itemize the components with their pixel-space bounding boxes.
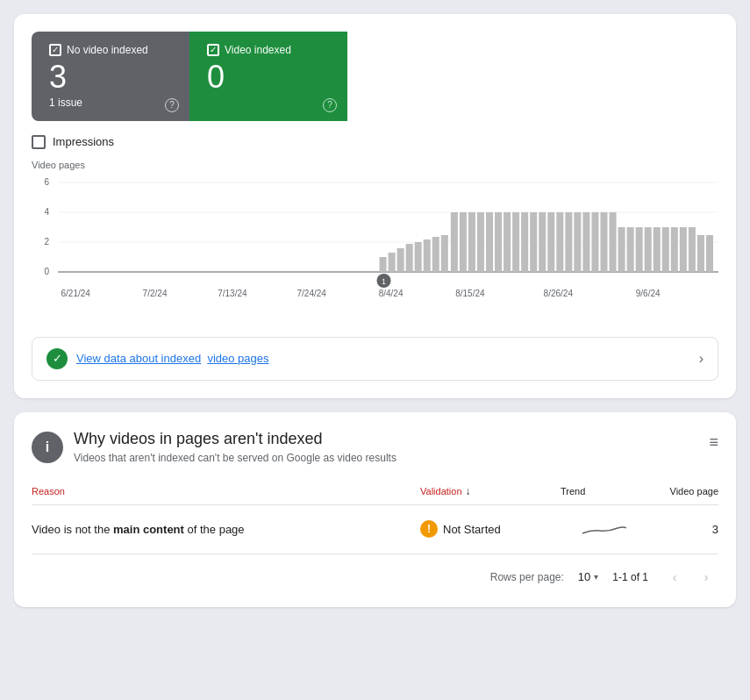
filter-icon[interactable]: ≡ xyxy=(709,433,718,452)
svg-rect-41 xyxy=(662,227,669,272)
svg-rect-16 xyxy=(441,235,448,272)
next-page-button[interactable]: › xyxy=(694,565,718,589)
svg-rect-38 xyxy=(636,227,643,272)
trend-cell xyxy=(561,504,648,554)
svg-rect-15 xyxy=(432,237,439,272)
svg-rect-20 xyxy=(477,212,484,272)
svg-rect-25 xyxy=(521,212,528,272)
validation-content: ! Not Started xyxy=(420,520,561,538)
svg-rect-22 xyxy=(495,212,502,272)
section-subtitle: Videos that aren't indexed can't be serv… xyxy=(74,452,396,464)
video-indexed-count: 0 xyxy=(207,60,330,95)
svg-rect-27 xyxy=(539,212,546,272)
validation-cell: ! Not Started xyxy=(420,504,561,554)
rows-dropdown-arrow-icon: ▾ xyxy=(594,572,598,582)
svg-rect-29 xyxy=(556,212,563,272)
no-video-help-icon[interactable]: ? xyxy=(165,98,179,112)
video-indexed-card[interactable]: Video indexed 0 ? xyxy=(189,32,347,121)
svg-rect-45 xyxy=(697,235,704,272)
main-card-2: i Why videos in pages aren't indexed Vid… xyxy=(14,412,736,607)
chart-svg: 6 4 2 0 xyxy=(32,174,718,323)
svg-text:8/15/24: 8/15/24 xyxy=(455,289,485,298)
section-header-left: i Why videos in pages aren't indexed Vid… xyxy=(32,430,396,464)
svg-text:6/21/24: 6/21/24 xyxy=(61,289,90,298)
pagination-row: Rows per page: 10 ▾ 1-1 of 1 ‹ › xyxy=(32,554,718,589)
svg-text:7/13/24: 7/13/24 xyxy=(218,289,247,298)
no-video-count: 3 xyxy=(49,60,172,95)
reason-cell: Video is not the main content of the pag… xyxy=(32,504,420,554)
svg-rect-12 xyxy=(406,244,413,272)
svg-rect-40 xyxy=(654,227,661,272)
pagination-nav: ‹ › xyxy=(662,565,718,589)
svg-rect-39 xyxy=(645,227,652,272)
svg-rect-23 xyxy=(504,212,511,272)
view-data-link[interactable]: ✓ View data about indexed video pages › xyxy=(32,337,718,381)
svg-text:7/2/24: 7/2/24 xyxy=(143,289,168,298)
svg-text:1: 1 xyxy=(382,277,386,286)
video-indexed-checkbox-icon xyxy=(207,44,219,56)
svg-rect-46 xyxy=(706,235,713,272)
svg-text:2: 2 xyxy=(45,237,50,246)
svg-text:4: 4 xyxy=(45,207,50,217)
svg-rect-14 xyxy=(424,239,431,272)
video-indexed-header: Video indexed xyxy=(207,44,330,56)
svg-text:0: 0 xyxy=(45,267,50,276)
svg-rect-42 xyxy=(671,227,678,272)
col-reason: Reason xyxy=(32,478,420,505)
svg-rect-31 xyxy=(574,212,581,272)
svg-rect-10 xyxy=(389,253,396,272)
warning-icon: ! xyxy=(420,520,438,538)
svg-rect-9 xyxy=(380,257,387,272)
video-page-cell: 3 xyxy=(648,504,718,554)
svg-rect-13 xyxy=(415,242,422,272)
svg-rect-34 xyxy=(600,212,607,272)
chevron-right-icon: › xyxy=(699,351,704,367)
view-data-text: View data about indexed video pages xyxy=(76,352,269,365)
svg-rect-30 xyxy=(565,212,572,272)
svg-rect-21 xyxy=(486,212,493,272)
rows-per-page-select[interactable]: 10 ▾ xyxy=(578,570,598,583)
svg-rect-24 xyxy=(512,212,519,272)
svg-rect-33 xyxy=(591,212,598,272)
svg-text:9/6/24: 9/6/24 xyxy=(636,289,661,298)
impressions-row: Impressions xyxy=(32,135,718,149)
section-title-block: Why videos in pages aren't indexed Video… xyxy=(74,430,396,464)
no-video-indexed-card[interactable]: No video indexed 3 1 issue ? xyxy=(32,32,189,121)
pagination-info: 1-1 of 1 xyxy=(612,571,648,583)
video-indexed-help-icon[interactable]: ? xyxy=(323,98,337,112)
main-card-1: No video indexed 3 1 issue ? Video index… xyxy=(14,14,736,398)
svg-rect-36 xyxy=(618,227,625,272)
prev-page-button[interactable]: ‹ xyxy=(662,565,687,589)
svg-rect-37 xyxy=(627,227,634,272)
col-validation[interactable]: Validation ↓ xyxy=(420,478,561,505)
impressions-checkbox[interactable] xyxy=(32,135,46,149)
section-title: Why videos in pages aren't indexed xyxy=(74,430,396,448)
svg-rect-11 xyxy=(397,248,404,272)
view-data-link-text: video pages xyxy=(207,352,268,365)
sort-arrow-icon: ↓ xyxy=(466,485,471,497)
svg-rect-32 xyxy=(582,212,589,272)
reason-plain: Video is not the xyxy=(32,523,113,536)
rows-per-page-label: Rows per page: xyxy=(490,571,564,583)
no-video-label: No video indexed xyxy=(67,44,148,56)
info-circle-icon: i xyxy=(32,432,63,463)
video-page-count: 3 xyxy=(712,523,718,536)
svg-text:7/24/24: 7/24/24 xyxy=(297,289,327,298)
svg-rect-26 xyxy=(530,212,537,272)
svg-rect-44 xyxy=(689,227,696,272)
no-video-checkbox-icon xyxy=(49,44,61,56)
rows-per-page-value: 10 xyxy=(578,570,590,583)
th-validation: Validation ↓ xyxy=(420,485,561,497)
view-data-left: ✓ View data about indexed video pages xyxy=(46,348,269,369)
chart-area: Video pages 6 4 2 0 xyxy=(32,160,718,323)
no-video-header: No video indexed xyxy=(49,44,172,56)
green-check-icon: ✓ xyxy=(46,348,68,369)
chart-container: 6 4 2 0 xyxy=(32,174,718,323)
svg-text:8/4/24: 8/4/24 xyxy=(379,289,404,298)
svg-rect-18 xyxy=(460,212,467,272)
svg-rect-19 xyxy=(468,212,475,272)
no-video-sub: 1 issue xyxy=(49,96,172,109)
svg-rect-28 xyxy=(547,212,554,272)
section-header: i Why videos in pages aren't indexed Vid… xyxy=(32,430,718,464)
svg-text:8/26/24: 8/26/24 xyxy=(544,289,574,298)
